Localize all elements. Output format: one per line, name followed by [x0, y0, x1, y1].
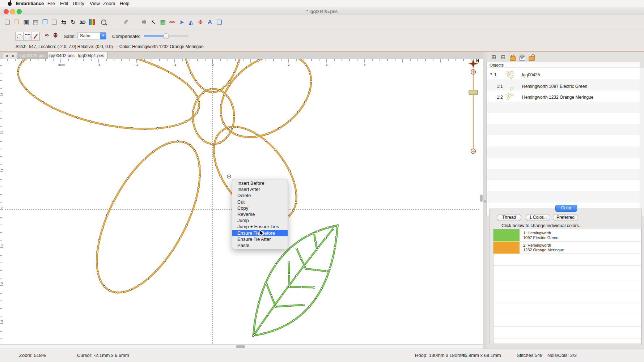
- color-row-empty[interactable]: [493, 314, 641, 327]
- canvas-vertical-scrollbar[interactable]: [479, 59, 483, 344]
- 3d-view-icon[interactable]: 3D: [78, 17, 87, 27]
- svg-text:2: 2: [288, 63, 289, 67]
- color-row-empty[interactable]: [493, 290, 641, 302]
- lock-delete-button[interactable]: [517, 53, 527, 61]
- splitter-handle-dot[interactable]: [484, 200, 486, 203]
- tab-lgq004p1.pes[interactable]: lgq004p1.pes: [75, 52, 107, 59]
- main-toolbar: ❏❒▣▤❐❑⇆↻3D✐✻↖▦ABC➤◭❉A❏: [0, 15, 644, 29]
- apple-menu-icon[interactable]: [8, 2, 12, 6]
- unlock-icon: [529, 56, 535, 61]
- object-row-1:1[interactable]: 1:1Hemingworth 1097 Electric Green: [487, 81, 640, 92]
- menu-edit[interactable]: Edit: [60, 1, 68, 6]
- thread-palette-icon[interactable]: ❉: [196, 17, 205, 27]
- document-tab-bar: ◀ ▶ lgq00425.peslgq00402.peslgq004p1.pes: [0, 52, 483, 60]
- context-item-jump[interactable]: Jump: [232, 217, 288, 223]
- vertical-scrollbar-handle[interactable]: [480, 195, 483, 202]
- slider-handle[interactable]: [163, 33, 169, 39]
- chain-link-icon[interactable]: ∞: [45, 32, 49, 38]
- lasso-select-button[interactable]: [15, 32, 24, 41]
- object-row-1:2[interactable]: 1:2Hemingworth 1232 Orange Meringue: [487, 92, 640, 103]
- color-row-2[interactable]: 2: Hemingworth1232 Orange Meringue: [493, 242, 641, 254]
- object-row-1[interactable]: ▼1lgq00425: [487, 69, 640, 80]
- copy-icon[interactable]: ❐: [41, 17, 49, 27]
- flip-horizontal-icon[interactable]: ⇆: [59, 17, 68, 27]
- stitch-count: Stitches:549: [517, 353, 543, 358]
- context-item-ensure-tie-after[interactable]: Ensure Tie After: [232, 236, 288, 242]
- new-document-icon[interactable]: ❏: [3, 17, 12, 27]
- stitch-status-text: Stitch: 547, Location: (-2.0, 7.0) Relat…: [16, 44, 204, 49]
- context-item-paste[interactable]: Paste: [232, 242, 288, 248]
- print-icon[interactable]: ▤: [31, 17, 40, 27]
- object-id: 1:2: [497, 95, 503, 100]
- disclosure-triangle-icon[interactable]: ▼: [490, 72, 493, 76]
- context-item-copy[interactable]: Copy: [232, 205, 288, 211]
- marquee-select-button[interactable]: [23, 32, 32, 41]
- tab-lgq00425.pes[interactable]: lgq00425.pes: [17, 52, 48, 59]
- thread-button[interactable]: Thread: [497, 214, 521, 221]
- color-row-1[interactable]: 1: Hemingworth1097 Electric Green: [493, 229, 641, 242]
- chevron-down-icon[interactable]: ▼: [100, 32, 106, 39]
- cursor-position: Cursor: -2.1mm x 6.6mm: [77, 353, 129, 358]
- brush-tool-button[interactable]: [31, 32, 40, 41]
- compensate-slider[interactable]: [144, 35, 188, 37]
- stitch-select-icon[interactable]: ➤: [177, 17, 186, 27]
- lettering-icon[interactable]: ABC: [168, 17, 177, 27]
- menu-file[interactable]: File: [47, 1, 55, 6]
- expand-all-icon[interactable]: ⊞: [489, 53, 499, 61]
- horizontal-scrollbar-handle[interactable]: [236, 345, 245, 348]
- context-item-ensure-tie-before[interactable]: Ensure Tie Before: [232, 230, 288, 236]
- app-menu[interactable]: Embrilliance: [16, 1, 44, 6]
- color-bars-icon[interactable]: [88, 17, 96, 27]
- unlock-button[interactable]: [527, 53, 536, 61]
- preferred-button[interactable]: Preferred: [553, 214, 578, 221]
- tab-scroll-right-button[interactable]: ▶: [10, 53, 17, 59]
- lock-button[interactable]: [508, 53, 517, 61]
- tab-scroll-left-button[interactable]: ◀: [3, 53, 10, 59]
- pointer-tool-icon[interactable]: ↖: [149, 17, 158, 27]
- svg-text:1: 1: [0, 169, 4, 170]
- menu-view[interactable]: View: [90, 1, 100, 6]
- context-item-reverse[interactable]: Reverse: [232, 211, 288, 217]
- zoom-slider-handle[interactable]: [469, 90, 478, 95]
- paste-icon[interactable]: ❑: [50, 17, 59, 27]
- design-compass-icon[interactable]: ◭: [187, 17, 195, 27]
- notes-icon[interactable]: ❏: [215, 17, 224, 27]
- needle-icon[interactable]: ⊕: [53, 31, 58, 39]
- hoop-icon[interactable]: ✻: [140, 17, 148, 27]
- canvas-zoom-slider[interactable]: [469, 70, 478, 154]
- color-row-empty[interactable]: [493, 254, 641, 266]
- properties-card-icon[interactable]: ▦: [158, 17, 167, 27]
- color-row-empty[interactable]: [493, 302, 641, 314]
- color-bars-icon: [89, 19, 95, 25]
- svg-text:2: 2: [0, 131, 4, 132]
- color-row-empty[interactable]: [493, 278, 641, 290]
- one-color-button[interactable]: 1 Color...: [526, 214, 550, 221]
- color-tab-button[interactable]: Color: [555, 205, 577, 212]
- collapse-all-icon[interactable]: ⊟: [499, 53, 508, 61]
- svg-text:0: 0: [0, 206, 4, 208]
- context-item-delete[interactable]: Delete: [232, 192, 288, 199]
- hoop-size: Hoop: 130mm x 180mm: [415, 353, 465, 358]
- zoom-tool-icon[interactable]: [99, 17, 108, 27]
- color-row-empty[interactable]: [493, 326, 641, 338]
- context-item-insert-before[interactable]: Insert Before: [232, 180, 288, 186]
- tab-lgq00402.pes[interactable]: lgq00402.pes: [48, 52, 75, 59]
- color-swatch[interactable]: [493, 229, 520, 241]
- open-folder-icon[interactable]: ❒: [12, 17, 21, 27]
- objects-toolbar: ⊞ ⊟: [487, 52, 644, 62]
- save-icon[interactable]: ▣: [22, 17, 30, 27]
- measure-ruler-icon[interactable]: ✐: [122, 17, 130, 27]
- menu-utility[interactable]: Utility: [73, 1, 84, 6]
- color-swatch[interactable]: [493, 242, 520, 254]
- context-item-insert-after[interactable]: Insert After: [232, 186, 288, 192]
- objects-scrollbar[interactable]: [640, 68, 644, 216]
- color-row-empty[interactable]: [493, 266, 641, 278]
- context-item-jump-ensure-ties[interactable]: Jump + Ensure Ties: [232, 223, 288, 230]
- svg-text:3: 3: [0, 93, 4, 94]
- rotate-icon[interactable]: ↻: [69, 17, 77, 27]
- green-leaf-thumbnail: [506, 82, 515, 91]
- menu-help[interactable]: Help: [120, 1, 130, 6]
- menu-zoom[interactable]: Zoom: [103, 1, 115, 6]
- text-tool-icon[interactable]: A: [206, 17, 214, 27]
- context-item-cut[interactable]: Cut: [232, 199, 288, 205]
